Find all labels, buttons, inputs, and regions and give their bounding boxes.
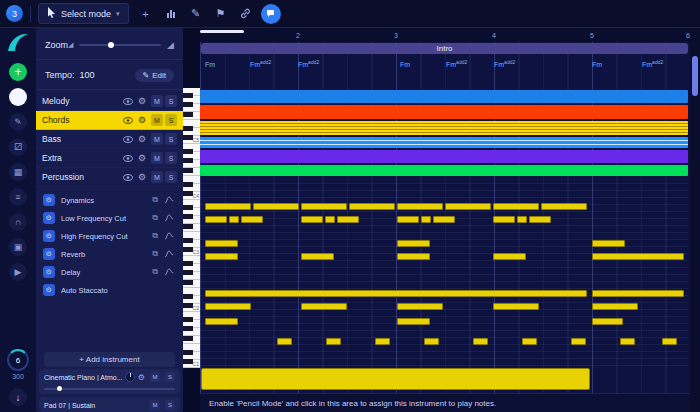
add-icon[interactable]: + <box>136 4 156 24</box>
visibility-icon[interactable] <box>121 117 135 124</box>
gear-icon[interactable]: ⚙ <box>135 134 149 144</box>
gear-icon[interactable]: ⚙ <box>135 153 149 163</box>
track-row-extra[interactable]: Extra⚙MS <box>36 149 183 168</box>
lane-chords[interactable] <box>200 121 688 135</box>
solo-button[interactable]: S <box>165 372 175 382</box>
midi-note[interactable] <box>592 290 684 297</box>
keyboard-octave[interactable]: C4 <box>183 144 200 200</box>
chord-label[interactable]: Fmadd2 <box>298 59 319 68</box>
chord-label[interactable]: Fm <box>400 59 410 68</box>
mute-button[interactable]: M <box>150 372 160 382</box>
black-key[interactable] <box>183 93 193 98</box>
black-key[interactable] <box>183 102 193 107</box>
black-key[interactable] <box>183 359 193 364</box>
chat-icon[interactable] <box>261 4 281 24</box>
midi-note[interactable] <box>397 203 443 210</box>
instrument-slider-handle[interactable] <box>57 386 62 391</box>
instrument-card[interactable]: Cinematic Piano | Atmo... ⚙ M S <box>39 369 180 394</box>
black-key[interactable] <box>183 326 193 331</box>
black-key[interactable] <box>183 182 193 187</box>
visibility-icon[interactable] <box>121 98 135 105</box>
black-key[interactable] <box>183 135 193 140</box>
black-key[interactable] <box>183 149 193 154</box>
midi-note[interactable] <box>277 338 292 345</box>
midi-note[interactable] <box>253 203 299 210</box>
library-icon[interactable]: ▣ <box>9 238 27 256</box>
midi-note[interactable] <box>397 253 430 260</box>
track-row-bass[interactable]: Bass⚙MS <box>36 130 183 149</box>
curve-icon[interactable] <box>162 250 176 258</box>
midi-note[interactable] <box>325 216 335 223</box>
lane-percussion[interactable] <box>200 165 688 176</box>
midi-note[interactable] <box>349 203 395 210</box>
mute-button[interactable]: M <box>151 95 163 107</box>
black-key[interactable] <box>183 303 193 308</box>
record-icon[interactable] <box>9 88 27 106</box>
play-icon[interactable]: ▶ <box>9 263 27 281</box>
mute-button[interactable]: M <box>151 171 163 183</box>
midi-note[interactable] <box>620 338 635 345</box>
flag-icon[interactable]: ⚑ <box>211 4 231 24</box>
chord-label[interactable]: Fm <box>205 59 215 68</box>
curve-icon[interactable] <box>162 232 176 240</box>
midi-note[interactable] <box>445 203 491 210</box>
keyboard-octave[interactable]: C3 <box>183 200 200 256</box>
midi-note[interactable] <box>473 338 488 345</box>
midi-note[interactable] <box>493 216 515 223</box>
black-key[interactable] <box>183 247 193 252</box>
piano-roll-grid[interactable] <box>200 183 688 368</box>
midi-note[interactable] <box>529 216 551 223</box>
visibility-icon[interactable] <box>121 174 135 181</box>
mute-button[interactable]: M <box>151 133 163 145</box>
solo-button[interactable]: S <box>165 171 177 183</box>
tempo-edit-button[interactable]: ✎ Edit <box>135 69 175 82</box>
midi-note[interactable] <box>397 240 430 247</box>
piano-icon[interactable]: ▦ <box>9 163 27 181</box>
solo-button[interactable]: S <box>165 152 177 164</box>
zoom-slider-handle[interactable] <box>108 42 114 48</box>
visibility-icon[interactable] <box>121 155 135 162</box>
solo-button[interactable]: S <box>165 95 177 107</box>
black-key[interactable] <box>183 126 193 131</box>
automation-row-dynamics[interactable]: ⊙Dynamics⧉ <box>36 191 183 209</box>
black-key[interactable] <box>183 280 193 285</box>
chord-label[interactable]: Fmadd2 <box>250 59 271 68</box>
gear-icon[interactable]: ⚙ <box>138 373 145 382</box>
mute-button[interactable]: M <box>151 114 163 126</box>
midi-note[interactable] <box>662 338 677 345</box>
midi-note[interactable] <box>205 290 587 297</box>
power-icon[interactable]: ⊙ <box>43 248 55 260</box>
midi-note[interactable] <box>301 253 334 260</box>
midi-note[interactable] <box>229 216 239 223</box>
sustain-note[interactable] <box>201 368 590 390</box>
vertical-scrollbar-thumb[interactable] <box>692 56 698 96</box>
zoom-slider[interactable] <box>79 44 161 46</box>
black-key[interactable] <box>183 168 193 173</box>
black-key[interactable] <box>183 261 193 266</box>
curve-icon[interactable] <box>162 196 176 204</box>
chord-row[interactable]: FmFmadd2Fmadd2FmFmadd2Fmadd2FmFmadd2 <box>200 55 690 89</box>
midi-note[interactable] <box>326 338 341 345</box>
midi-note[interactable] <box>517 216 527 223</box>
add-icon[interactable]: + <box>9 63 27 81</box>
midi-note[interactable] <box>301 303 347 310</box>
stats-icon[interactable] <box>161 4 181 24</box>
volume-knob[interactable] <box>125 372 135 382</box>
lane-extra[interactable] <box>200 150 688 163</box>
midi-note[interactable] <box>397 318 430 325</box>
solo-button[interactable]: S <box>165 133 177 145</box>
midi-note[interactable] <box>205 203 251 210</box>
midi-note[interactable] <box>493 253 526 260</box>
duplicate-icon[interactable]: ⧉ <box>148 267 162 277</box>
black-key[interactable] <box>183 112 193 117</box>
link-icon[interactable] <box>236 4 256 24</box>
power-icon[interactable]: ⊙ <box>43 230 55 242</box>
midi-note[interactable] <box>592 253 684 260</box>
chord-label[interactable]: Fmadd2 <box>494 59 515 68</box>
keyboard-octave[interactable]: C1 <box>183 312 200 368</box>
section-intro[interactable]: Intro <box>201 43 688 54</box>
edit-icon[interactable]: ✎ <box>9 113 27 131</box>
curve-icon[interactable] <box>162 268 176 276</box>
black-key[interactable] <box>183 205 193 210</box>
midi-note[interactable] <box>205 240 238 247</box>
